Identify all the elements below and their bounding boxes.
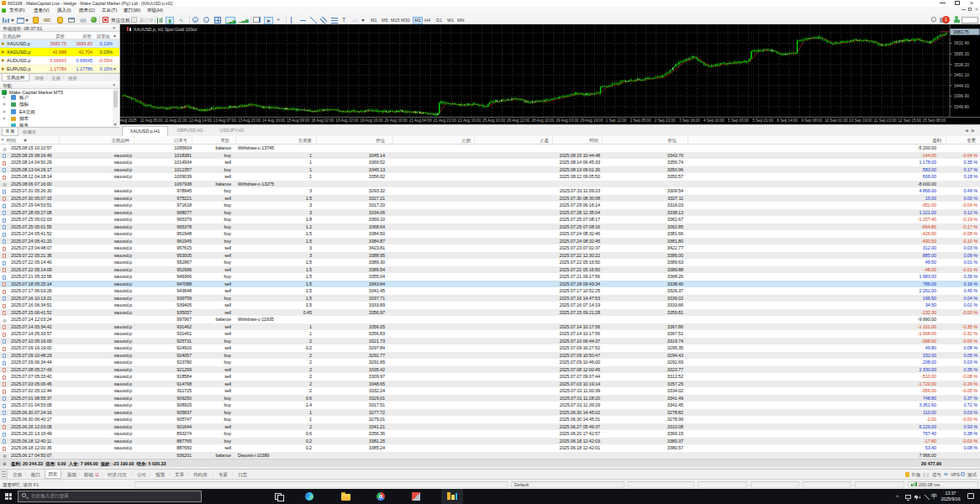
svg-text:1 Sep 12:00: 1 Sep 12:00 [606, 118, 627, 123]
svg-text:28 Aug 10:00: 28 Aug 10:00 [531, 118, 555, 123]
svg-text:13 Aug 07:00: 13 Aug 07:00 [213, 118, 237, 123]
svg-text:3396.90: 3396.90 [954, 93, 969, 98]
svg-text:29 Aug 03:00: 29 Aug 03:00 [556, 118, 579, 123]
svg-text:22 Aug 16:00: 22 Aug 16:00 [458, 118, 482, 123]
svg-text:3349.80: 3349.80 [954, 104, 969, 109]
svg-text:2 Sep 05:00: 2 Sep 05:00 [630, 118, 651, 123]
svg-text:10 Sep 19:00: 10 Sep 19:00 [849, 118, 872, 123]
svg-text:3632.40: 3632.40 [954, 40, 969, 45]
svg-text:5 Sep 03:00: 5 Sep 03:00 [728, 118, 749, 123]
svg-text:26 Aug 22:00: 26 Aug 22:00 [507, 118, 530, 123]
svg-text:12 Sep 15:00: 12 Sep 15:00 [898, 118, 922, 123]
svg-text:21 Aug 22:00: 21 Aug 22:00 [434, 118, 457, 123]
svg-text:4 Sep 10:00: 4 Sep 10:00 [703, 118, 724, 123]
svg-text:3444.00: 3444.00 [954, 83, 969, 88]
svg-text:8 Sep 14:00: 8 Sep 14:00 [777, 118, 798, 123]
svg-text:13 Aug 23:00: 13 Aug 23:00 [238, 118, 261, 123]
svg-text:5 Sep 21:00: 5 Sep 21:00 [752, 118, 773, 123]
svg-text:12 Aug 14:00: 12 Aug 14:00 [189, 118, 213, 123]
svg-text:15 Sep 08:00: 15 Sep 08:00 [923, 118, 946, 123]
svg-text:10 Sep 01:00: 10 Sep 01:00 [825, 118, 848, 123]
svg-text:8 Aug 2025: 8 Aug 2025 [119, 118, 137, 123]
svg-text:21 Aug 04:00: 21 Aug 04:00 [409, 118, 433, 123]
svg-text:29 Aug 19:00: 29 Aug 19:00 [580, 118, 603, 123]
svg-text:3491.10: 3491.10 [954, 72, 969, 77]
svg-text:19 Aug 16:00: 19 Aug 16:00 [360, 118, 383, 123]
svg-text:15 Aug 09:00: 15 Aug 09:00 [287, 118, 310, 123]
svg-text:3538.20: 3538.20 [954, 62, 969, 67]
svg-text:11 Aug 21:00: 11 Aug 21:00 [165, 118, 187, 123]
svg-text:3585.30: 3585.30 [954, 51, 969, 56]
svg-text:2 Sep 22:00: 2 Sep 22:00 [655, 118, 676, 123]
svg-text:20 Aug 10:00: 20 Aug 10:00 [385, 118, 408, 123]
svg-text:18 Aug 22:00: 18 Aug 22:00 [335, 118, 359, 123]
svg-text:18 Aug 02:00: 18 Aug 02:00 [311, 118, 335, 123]
svg-text:11 Sep 22:00: 11 Sep 22:00 [874, 118, 897, 123]
svg-text:3 Sep 16:00: 3 Sep 16:00 [679, 118, 700, 123]
svg-text:3683.75: 3683.75 [953, 29, 969, 34]
svg-text:9 Sep 08:00: 9 Sep 08:00 [801, 118, 822, 123]
svg-text:11 Aug 05:00: 11 Aug 05:00 [140, 118, 163, 123]
svg-text:25 Aug 10:00: 25 Aug 10:00 [482, 118, 506, 123]
svg-text:14 Aug 16:00: 14 Aug 16:00 [262, 118, 286, 123]
svg-text:XAUUSD.p, H1 Spot Gold 100oz: XAUUSD.p, H1 Spot Gold 100oz [134, 27, 198, 32]
